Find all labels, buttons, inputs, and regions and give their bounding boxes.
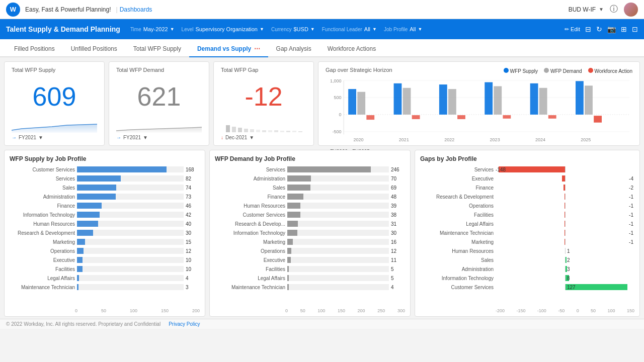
svg-rect-35: [530, 83, 538, 115]
list-item: Marketing 16: [215, 238, 405, 246]
list-item: Customer Services 127: [420, 283, 634, 291]
tab-workforce-actions[interactable]: Workforce Actions: [319, 41, 384, 57]
user-dropdown-arrow: ▼: [599, 7, 604, 12]
tab-demand-vs-supply[interactable]: Demand vs Supply ⋯: [189, 41, 268, 57]
gaps-by-job-title: Gaps by Job Profile: [420, 155, 634, 162]
list-item: Maintenance Technician 3: [10, 283, 200, 291]
svg-text:500: 500: [334, 95, 342, 100]
nav-icons: ✏ Edit ⊟ ↻ 📷 ⊞ ⊡: [565, 25, 638, 33]
tab-total-wfp-supply[interactable]: Total WFP Supply: [125, 41, 189, 57]
list-item: Administration 3: [420, 265, 634, 273]
nav-bar: Talent Supply & Demand Planning Time May…: [0, 19, 644, 39]
wfp-supply-footer[interactable]: → FY2021 ▼: [12, 135, 97, 140]
wfp-demand-footer[interactable]: → FY2021 ▼: [116, 135, 202, 140]
list-item: Sales 74: [10, 184, 200, 192]
list-item: Legal Affairs -1: [420, 220, 634, 228]
tab-bar: Filled Positions Unfilled Positions Tota…: [0, 39, 644, 57]
svg-rect-3: [232, 127, 236, 132]
svg-text:2021: 2021: [399, 137, 409, 142]
svg-rect-10: [274, 130, 278, 132]
gaps-chart: .gbar-row { display: flex; align-items: …: [420, 165, 634, 307]
help-icon[interactable]: ⓘ: [610, 4, 618, 15]
filter-icon[interactable]: ⊟: [585, 25, 591, 33]
list-item: Research & Develop... 31: [215, 220, 405, 228]
svg-rect-23: [348, 89, 356, 115]
privacy-policy-link[interactable]: Privacy Policy: [169, 321, 200, 327]
list-item: Finance -2: [420, 184, 634, 192]
list-item: Customer Services 168: [10, 165, 200, 173]
list-item: Marketing -1: [420, 238, 634, 246]
list-item: Maintenance Technician -1: [420, 229, 634, 237]
list-item: Executive -4: [420, 174, 634, 183]
list-item: Sales 2: [420, 256, 634, 264]
user-menu[interactable]: BUD W-IF ▼: [569, 6, 604, 13]
svg-text:2024: 2024: [535, 137, 545, 142]
svg-rect-24: [357, 92, 365, 115]
list-item: Information Technology 42: [10, 211, 200, 219]
grid-icon[interactable]: ⊞: [621, 25, 627, 33]
tab-filled-positions[interactable]: Filled Positions: [6, 41, 63, 57]
footer-copyright: © 2022 Workday, Inc. All rights reserved…: [6, 321, 160, 327]
demand-by-job-panel: WFP Demand by Job Profile Services 246 A…: [209, 150, 411, 317]
svg-rect-26: [394, 83, 402, 115]
list-item: Research & Development 30: [10, 229, 200, 237]
list-item: Human Resources 40: [10, 220, 200, 228]
list-item: Services 246: [215, 165, 405, 173]
svg-rect-14: [298, 131, 302, 132]
svg-text:0: 0: [339, 112, 342, 117]
svg-rect-27: [403, 88, 411, 115]
wfp-supply-title: Total WFP Supply: [12, 67, 97, 73]
list-item: Operations 12: [10, 247, 200, 255]
svg-text:-500: -500: [333, 129, 342, 134]
wfp-gap-footer[interactable]: ↓ Dec-2021 ▼: [221, 135, 306, 140]
gap-horizon-chart: 1,000 500 0 -500: [326, 77, 632, 147]
filter-currency[interactable]: Currency $USD ▼: [271, 26, 315, 32]
list-item: Maintenance Technician 4: [215, 283, 405, 291]
list-item: Services -148: [420, 165, 634, 173]
avatar[interactable]: [624, 3, 638, 17]
list-item: Administration 73: [10, 193, 200, 201]
filter-time[interactable]: Time May-2022 ▼: [130, 26, 175, 32]
svg-text:2022: 2022: [444, 137, 454, 142]
gap-horizon-title: Gap over Strategic Horizon: [326, 67, 392, 73]
filter-functional-leader[interactable]: Functional Leader All ▼: [322, 26, 377, 32]
edit-icon[interactable]: ✏ Edit: [565, 26, 580, 33]
gap-horizon-svg: 1,000 500 0 -500: [326, 77, 632, 147]
list-item: Finance 46: [10, 202, 200, 210]
supply-x-axis: 0 50 100 150 200: [10, 308, 200, 313]
svg-rect-4: [238, 128, 242, 132]
wfp-demand-value: 621: [116, 75, 202, 118]
wfp-gap-value: -12: [221, 75, 306, 118]
wfp-demand-title: Total WFP Demand: [116, 67, 202, 73]
list-item: Information Technology 8: [420, 274, 634, 282]
camera-icon[interactable]: 📷: [607, 25, 616, 33]
expand-icon[interactable]: ⊡: [632, 25, 638, 33]
dashboard-link[interactable]: Dashboards: [120, 6, 152, 13]
filter-level[interactable]: Level Supervisory Organization ▼: [182, 26, 264, 32]
tab-gap-analysis[interactable]: Gap Analysis: [268, 41, 319, 57]
svg-rect-6: [250, 129, 254, 132]
footer: © 2022 Workday, Inc. All rights reserved…: [0, 319, 644, 329]
svg-rect-5: [244, 129, 248, 132]
summary-row: Total WFP Supply 609 → FY2021 ▼ Total WF…: [0, 57, 644, 148]
list-item: Finance 48: [215, 193, 405, 201]
svg-rect-37: [548, 115, 556, 119]
charts-row: WFP Supply by Job Profile Customer Servi…: [0, 148, 644, 319]
svg-rect-29: [439, 84, 447, 115]
svg-rect-33: [494, 86, 502, 114]
list-item: Executive 10: [10, 256, 200, 264]
svg-rect-31: [457, 115, 465, 119]
svg-text:1,000: 1,000: [330, 78, 342, 83]
svg-text:2023: 2023: [490, 137, 500, 142]
gap-horizon-card: Gap over Strategic Horizon WFP Supply WF…: [318, 61, 640, 146]
svg-rect-12: [286, 131, 290, 132]
gap-horizon-legend: WFP Supply WFP Demand Workforce Action: [504, 68, 632, 74]
filter-job-profile[interactable]: Job Profile All ▼: [384, 26, 422, 32]
top-bar: W Easy, Fast & Powerful Planning! | Dash…: [0, 0, 644, 19]
svg-rect-38: [576, 81, 584, 115]
list-item: Operations -1: [420, 202, 634, 210]
page-title: Talent Supply & Demand Planning: [6, 25, 120, 33]
tab-unfilled-positions[interactable]: Unfilled Positions: [63, 41, 125, 57]
list-item: Research & Development -1: [420, 193, 634, 201]
refresh-icon[interactable]: ↻: [596, 25, 602, 33]
